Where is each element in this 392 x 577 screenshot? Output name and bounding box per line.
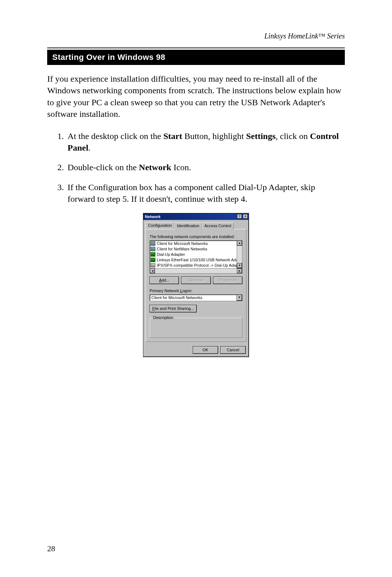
client-icon — [151, 241, 155, 246]
description-group: Description — [150, 318, 242, 338]
scroll-track[interactable] — [155, 269, 237, 273]
list-item[interactable]: Client for Microsoft Networks — [151, 241, 236, 246]
scroll-right-button[interactable]: ► — [237, 269, 242, 273]
dialog-title: Network — [145, 214, 236, 219]
scroll-track[interactable] — [237, 246, 242, 263]
step-1-text-a: At the desktop click on the — [68, 131, 163, 141]
list-item[interactable]: IPX/SPX-compatible Protocol -> Dial-Up A… — [151, 263, 236, 268]
list-item-label: Dial-Up Adapter — [157, 252, 185, 257]
network-dialog: Network ? × Configuration Identification… — [143, 213, 249, 357]
tab-strip: Configuration Identification Access Cont… — [143, 220, 249, 229]
primary-logon-dropdown[interactable]: Client for Microsoft Networks ▼ — [150, 294, 242, 301]
dialog-footer: OK Cancel — [143, 344, 249, 357]
properties-button[interactable]: Properties — [213, 277, 242, 284]
scroll-down-button[interactable]: ▼ — [237, 263, 242, 268]
remove-button[interactable]: Remove — [181, 277, 211, 284]
close-button[interactable]: × — [243, 214, 248, 219]
step-1-bold-settings: Settings — [246, 131, 275, 141]
step-2: Double-click on the Network Icon. — [66, 161, 345, 173]
dialog-titlebar[interactable]: Network ? × — [143, 213, 249, 220]
list-item[interactable]: Client for NetWare Networks — [151, 246, 236, 252]
description-legend: Description — [152, 315, 174, 320]
list-item[interactable]: Linksys EtherFast 1/10/100 USB Network A… — [151, 257, 236, 263]
adapter-icon — [151, 252, 155, 257]
vertical-scrollbar[interactable]: ▲ ▼ — [237, 241, 242, 268]
components-listbox[interactable]: Client for Microsoft Networks Client for… — [150, 240, 242, 269]
scroll-left-button[interactable]: ◄ — [150, 269, 155, 273]
component-buttons-row: Add... Remove Properties — [150, 277, 242, 284]
dropdown-value: Client for Microsoft Networks — [150, 295, 237, 300]
step-2-text-c: Icon. — [171, 163, 191, 172]
header-rule — [47, 48, 345, 48]
tab-identification[interactable]: Identification — [174, 222, 202, 229]
horizontal-scrollbar[interactable]: ◄ ► — [150, 268, 242, 274]
list-item[interactable]: Dial-Up Adapter — [151, 252, 236, 257]
step-1: At the desktop click on the Start Button… — [66, 130, 345, 154]
step-2-text-a: Double-click on the — [68, 163, 139, 172]
components-label: The following network components are ins… — [150, 234, 242, 239]
protocol-icon — [151, 263, 155, 267]
tab-configuration[interactable]: Configuration — [146, 222, 174, 229]
tab-body-configuration: The following network components are ins… — [146, 229, 246, 342]
ok-button[interactable]: OK — [193, 346, 218, 354]
adapter-icon — [151, 258, 155, 262]
document-page: Linksys HomeLink™ Series Starting Over i… — [0, 0, 392, 379]
step-1-text-g: . — [88, 143, 90, 152]
add-button-label: dd... — [162, 278, 170, 282]
list-item-label: Linksys EtherFast 1/10/100 USB Network A… — [157, 258, 237, 262]
add-button[interactable]: Add... — [150, 277, 179, 284]
header-series: Linksys HomeLink™ Series — [47, 32, 345, 40]
scroll-up-button[interactable]: ▲ — [237, 241, 242, 246]
logon-label: Primary Network Logon: — [150, 288, 242, 293]
help-button[interactable]: ? — [237, 214, 242, 219]
dropdown-button[interactable]: ▼ — [237, 295, 242, 301]
list-item-label: Client for Microsoft Networks — [157, 241, 208, 246]
step-2-bold-network: Network — [139, 163, 171, 172]
page-number: 28 — [47, 544, 55, 553]
cancel-button[interactable]: Cancel — [220, 346, 246, 354]
step-1-bold-start: Start — [163, 131, 182, 141]
step-1-text-e: , click on — [275, 131, 310, 141]
list-item-label: IPX/SPX-compatible Protocol -> Dial-Up A… — [157, 263, 237, 267]
list-item-label: Client for NetWare Networks — [157, 247, 207, 251]
section-title: Starting Over in Windows 98 — [47, 50, 345, 65]
intro-paragraph: If you experience installation difficult… — [47, 73, 345, 120]
step-1-text-c: Button, highlight — [182, 131, 246, 141]
file-print-sharing-button[interactable]: File and Print Sharing... — [150, 305, 197, 312]
components-list-inner: Client for Microsoft Networks Client for… — [150, 241, 237, 268]
client-icon — [151, 247, 155, 251]
step-3: If the Configuration box has a component… — [66, 181, 345, 205]
tab-access-control[interactable]: Access Control — [202, 222, 234, 229]
instruction-list: At the desktop click on the Start Button… — [47, 130, 345, 205]
